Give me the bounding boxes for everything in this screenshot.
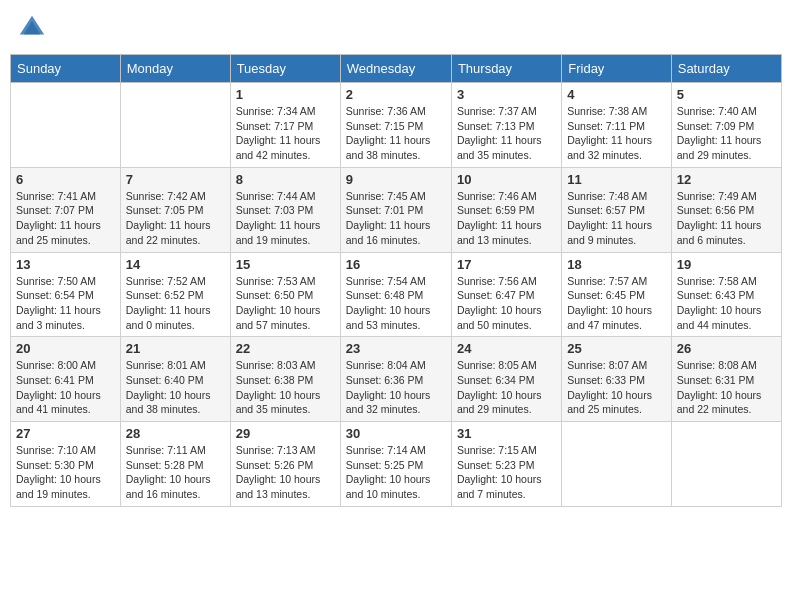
calendar-table: SundayMondayTuesdayWednesdayThursdayFrid… — [10, 54, 782, 507]
day-info: Sunrise: 8:07 AM Sunset: 6:33 PM Dayligh… — [567, 358, 665, 417]
day-info: Sunrise: 7:38 AM Sunset: 7:11 PM Dayligh… — [567, 104, 665, 163]
calendar-cell: 13Sunrise: 7:50 AM Sunset: 6:54 PM Dayli… — [11, 252, 121, 337]
calendar-cell: 2Sunrise: 7:36 AM Sunset: 7:15 PM Daylig… — [340, 83, 451, 168]
calendar-cell: 3Sunrise: 7:37 AM Sunset: 7:13 PM Daylig… — [451, 83, 561, 168]
calendar-cell — [671, 422, 781, 507]
day-info: Sunrise: 7:46 AM Sunset: 6:59 PM Dayligh… — [457, 189, 556, 248]
day-number: 3 — [457, 87, 556, 102]
day-info: Sunrise: 7:11 AM Sunset: 5:28 PM Dayligh… — [126, 443, 225, 502]
day-info: Sunrise: 7:40 AM Sunset: 7:09 PM Dayligh… — [677, 104, 776, 163]
calendar-cell: 19Sunrise: 7:58 AM Sunset: 6:43 PM Dayli… — [671, 252, 781, 337]
day-number: 7 — [126, 172, 225, 187]
page-header — [10, 10, 782, 46]
calendar-cell: 6Sunrise: 7:41 AM Sunset: 7:07 PM Daylig… — [11, 167, 121, 252]
day-number: 25 — [567, 341, 665, 356]
calendar-week-row: 13Sunrise: 7:50 AM Sunset: 6:54 PM Dayli… — [11, 252, 782, 337]
day-info: Sunrise: 7:56 AM Sunset: 6:47 PM Dayligh… — [457, 274, 556, 333]
column-header-monday: Monday — [120, 55, 230, 83]
day-info: Sunrise: 7:15 AM Sunset: 5:23 PM Dayligh… — [457, 443, 556, 502]
calendar-cell: 25Sunrise: 8:07 AM Sunset: 6:33 PM Dayli… — [562, 337, 671, 422]
day-number: 12 — [677, 172, 776, 187]
calendar-cell: 30Sunrise: 7:14 AM Sunset: 5:25 PM Dayli… — [340, 422, 451, 507]
day-info: Sunrise: 8:01 AM Sunset: 6:40 PM Dayligh… — [126, 358, 225, 417]
day-number: 18 — [567, 257, 665, 272]
calendar-cell: 18Sunrise: 7:57 AM Sunset: 6:45 PM Dayli… — [562, 252, 671, 337]
calendar-cell: 8Sunrise: 7:44 AM Sunset: 7:03 PM Daylig… — [230, 167, 340, 252]
day-number: 8 — [236, 172, 335, 187]
day-info: Sunrise: 7:13 AM Sunset: 5:26 PM Dayligh… — [236, 443, 335, 502]
calendar-header-row: SundayMondayTuesdayWednesdayThursdayFrid… — [11, 55, 782, 83]
day-number: 4 — [567, 87, 665, 102]
calendar-cell: 17Sunrise: 7:56 AM Sunset: 6:47 PM Dayli… — [451, 252, 561, 337]
day-info: Sunrise: 7:57 AM Sunset: 6:45 PM Dayligh… — [567, 274, 665, 333]
calendar-cell: 12Sunrise: 7:49 AM Sunset: 6:56 PM Dayli… — [671, 167, 781, 252]
day-info: Sunrise: 7:58 AM Sunset: 6:43 PM Dayligh… — [677, 274, 776, 333]
day-number: 9 — [346, 172, 446, 187]
calendar-cell: 4Sunrise: 7:38 AM Sunset: 7:11 PM Daylig… — [562, 83, 671, 168]
day-number: 11 — [567, 172, 665, 187]
calendar-cell — [11, 83, 121, 168]
calendar-cell: 16Sunrise: 7:54 AM Sunset: 6:48 PM Dayli… — [340, 252, 451, 337]
day-number: 19 — [677, 257, 776, 272]
calendar-cell: 22Sunrise: 8:03 AM Sunset: 6:38 PM Dayli… — [230, 337, 340, 422]
day-number: 20 — [16, 341, 115, 356]
day-number: 21 — [126, 341, 225, 356]
day-number: 14 — [126, 257, 225, 272]
day-number: 5 — [677, 87, 776, 102]
day-number: 1 — [236, 87, 335, 102]
column-header-friday: Friday — [562, 55, 671, 83]
day-info: Sunrise: 8:03 AM Sunset: 6:38 PM Dayligh… — [236, 358, 335, 417]
calendar-cell: 31Sunrise: 7:15 AM Sunset: 5:23 PM Dayli… — [451, 422, 561, 507]
calendar-week-row: 27Sunrise: 7:10 AM Sunset: 5:30 PM Dayli… — [11, 422, 782, 507]
day-number: 24 — [457, 341, 556, 356]
day-info: Sunrise: 7:54 AM Sunset: 6:48 PM Dayligh… — [346, 274, 446, 333]
calendar-cell: 5Sunrise: 7:40 AM Sunset: 7:09 PM Daylig… — [671, 83, 781, 168]
calendar-cell: 9Sunrise: 7:45 AM Sunset: 7:01 PM Daylig… — [340, 167, 451, 252]
day-number: 22 — [236, 341, 335, 356]
day-info: Sunrise: 7:53 AM Sunset: 6:50 PM Dayligh… — [236, 274, 335, 333]
column-header-wednesday: Wednesday — [340, 55, 451, 83]
day-info: Sunrise: 7:50 AM Sunset: 6:54 PM Dayligh… — [16, 274, 115, 333]
day-info: Sunrise: 8:05 AM Sunset: 6:34 PM Dayligh… — [457, 358, 556, 417]
day-info: Sunrise: 8:08 AM Sunset: 6:31 PM Dayligh… — [677, 358, 776, 417]
calendar-cell: 1Sunrise: 7:34 AM Sunset: 7:17 PM Daylig… — [230, 83, 340, 168]
column-header-saturday: Saturday — [671, 55, 781, 83]
column-header-tuesday: Tuesday — [230, 55, 340, 83]
calendar-cell — [120, 83, 230, 168]
day-info: Sunrise: 8:04 AM Sunset: 6:36 PM Dayligh… — [346, 358, 446, 417]
day-number: 16 — [346, 257, 446, 272]
day-info: Sunrise: 7:42 AM Sunset: 7:05 PM Dayligh… — [126, 189, 225, 248]
day-info: Sunrise: 7:52 AM Sunset: 6:52 PM Dayligh… — [126, 274, 225, 333]
calendar-cell: 14Sunrise: 7:52 AM Sunset: 6:52 PM Dayli… — [120, 252, 230, 337]
day-number: 17 — [457, 257, 556, 272]
calendar-cell — [562, 422, 671, 507]
day-number: 13 — [16, 257, 115, 272]
day-number: 10 — [457, 172, 556, 187]
day-number: 30 — [346, 426, 446, 441]
logo-icon — [18, 12, 46, 40]
calendar-cell: 7Sunrise: 7:42 AM Sunset: 7:05 PM Daylig… — [120, 167, 230, 252]
day-number: 27 — [16, 426, 115, 441]
calendar-week-row: 20Sunrise: 8:00 AM Sunset: 6:41 PM Dayli… — [11, 337, 782, 422]
day-number: 29 — [236, 426, 335, 441]
calendar-cell: 27Sunrise: 7:10 AM Sunset: 5:30 PM Dayli… — [11, 422, 121, 507]
day-info: Sunrise: 7:44 AM Sunset: 7:03 PM Dayligh… — [236, 189, 335, 248]
day-info: Sunrise: 7:41 AM Sunset: 7:07 PM Dayligh… — [16, 189, 115, 248]
calendar-cell: 15Sunrise: 7:53 AM Sunset: 6:50 PM Dayli… — [230, 252, 340, 337]
day-number: 6 — [16, 172, 115, 187]
column-header-sunday: Sunday — [11, 55, 121, 83]
day-number: 23 — [346, 341, 446, 356]
calendar-cell: 23Sunrise: 8:04 AM Sunset: 6:36 PM Dayli… — [340, 337, 451, 422]
calendar-week-row: 6Sunrise: 7:41 AM Sunset: 7:07 PM Daylig… — [11, 167, 782, 252]
day-number: 26 — [677, 341, 776, 356]
day-info: Sunrise: 7:49 AM Sunset: 6:56 PM Dayligh… — [677, 189, 776, 248]
calendar-cell: 26Sunrise: 8:08 AM Sunset: 6:31 PM Dayli… — [671, 337, 781, 422]
calendar-cell: 10Sunrise: 7:46 AM Sunset: 6:59 PM Dayli… — [451, 167, 561, 252]
day-info: Sunrise: 7:48 AM Sunset: 6:57 PM Dayligh… — [567, 189, 665, 248]
day-info: Sunrise: 7:45 AM Sunset: 7:01 PM Dayligh… — [346, 189, 446, 248]
calendar-cell: 21Sunrise: 8:01 AM Sunset: 6:40 PM Dayli… — [120, 337, 230, 422]
day-number: 2 — [346, 87, 446, 102]
day-number: 28 — [126, 426, 225, 441]
day-info: Sunrise: 7:37 AM Sunset: 7:13 PM Dayligh… — [457, 104, 556, 163]
calendar-cell: 29Sunrise: 7:13 AM Sunset: 5:26 PM Dayli… — [230, 422, 340, 507]
